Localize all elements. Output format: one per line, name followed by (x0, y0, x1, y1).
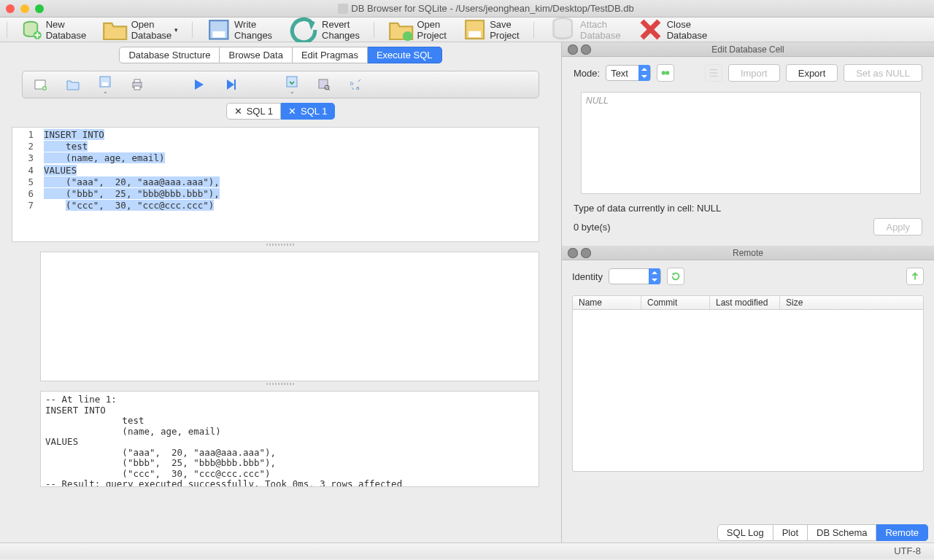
right-pane: Edit Database Cell Mode: Text Import Exp… (562, 42, 934, 542)
pane-title: Remote (562, 248, 934, 258)
footer-tab-sqllog[interactable]: SQL Log (717, 524, 773, 541)
col-size[interactable]: Size (780, 296, 923, 309)
splitter-handle[interactable] (266, 244, 296, 246)
svg-point-22 (665, 71, 669, 74)
write-changes-button[interactable]: Write Changes (202, 16, 277, 44)
new-tab-icon[interactable] (34, 78, 47, 91)
svg-rect-14 (134, 86, 140, 90)
footer-tabs: SQL Log Plot DB Schema Remote (562, 522, 934, 542)
svg-rect-3 (213, 31, 225, 37)
svg-text:a: a (356, 85, 360, 91)
sql-toolbar: ⌄ ⌄ ba (22, 71, 539, 98)
cell-text-area[interactable]: NULL (581, 92, 921, 194)
svg-point-4 (403, 31, 412, 41)
col-commit[interactable]: Commit (641, 296, 710, 309)
svg-rect-15 (234, 79, 236, 90)
code-body[interactable]: INSERT INTO test (name, age, email) VALU… (41, 128, 539, 241)
refresh-icon[interactable] (667, 268, 684, 285)
tab-pragmas[interactable]: Edit Pragmas (293, 47, 368, 63)
tab-structure[interactable]: Database Structure (119, 47, 220, 63)
save-file-icon[interactable] (99, 75, 112, 88)
footer-tab-remote[interactable]: Remote (876, 524, 928, 541)
run-icon[interactable] (192, 78, 205, 91)
traffic-lights (6, 4, 44, 13)
mode-select[interactable]: Text (606, 65, 651, 81)
import-button[interactable]: Import (728, 64, 780, 82)
identity-label: Identity (572, 271, 603, 282)
save-project-button[interactable]: Save Project (458, 16, 524, 43)
cell-pane-header: Edit Database Cell (562, 42, 934, 57)
close-icon[interactable]: ✕ (288, 106, 296, 117)
result-log[interactable]: -- At line 1: INSERT INTO test (name, ag… (40, 391, 539, 487)
format-icon[interactable] (657, 64, 674, 82)
minimize-window-button[interactable] (20, 4, 29, 13)
main-tabs: Database Structure Browse Data Edit Prag… (0, 44, 561, 65)
save-result-icon[interactable] (285, 75, 298, 88)
mode-label: Mode: (574, 68, 600, 79)
remote-table-header: Name Commit Last modified Size (572, 295, 924, 310)
close-icon[interactable]: ✕ (234, 106, 242, 117)
push-icon[interactable] (906, 268, 924, 285)
sql-tab-2[interactable]: ✕SQL 1 (281, 103, 335, 120)
sql-editor[interactable]: 1 2 3 4 5 6 7 INSERT INTO test (name, ag… (40, 127, 539, 242)
remote-table-body[interactable] (572, 310, 924, 472)
print-icon[interactable] (131, 78, 144, 91)
run-line-icon[interactable] (224, 78, 237, 91)
splitter-handle[interactable] (266, 383, 296, 385)
col-lastmod[interactable]: Last modified (710, 296, 780, 309)
window-title: DB Browser for SQLite - /Users/jeonghean… (44, 3, 928, 14)
open-project-button[interactable]: Open Project (384, 15, 451, 44)
find-icon[interactable] (317, 78, 331, 91)
indent-icon (705, 64, 722, 82)
tab-execute-sql[interactable]: Execute SQL (368, 47, 442, 63)
svg-rect-11 (102, 82, 108, 86)
svg-rect-6 (468, 31, 481, 37)
zoom-window-button[interactable] (35, 4, 44, 13)
footer-tab-schema[interactable]: DB Schema (808, 524, 876, 541)
open-database-button[interactable]: Open Database ▾ (98, 15, 182, 44)
export-button[interactable]: Export (786, 64, 838, 82)
tab-browse[interactable]: Browse Data (220, 47, 292, 63)
set-null-button[interactable]: Set as NULL (844, 64, 922, 82)
sql-tabs: ✕SQL 1 ✕SQL 1 (0, 103, 561, 120)
open-file-icon[interactable] (66, 78, 80, 91)
encoding-label: UTF-8 (894, 545, 921, 556)
col-name[interactable]: Name (573, 296, 641, 309)
remote-pane-header: Remote (562, 246, 934, 260)
pane-title: Edit Database Cell (562, 44, 934, 55)
sql-tab-1[interactable]: ✕SQL 1 (226, 103, 281, 120)
close-database-button[interactable]: Close Database (633, 15, 712, 44)
cell-type-info: Type of data currently in cell: NULL (574, 203, 922, 214)
left-pane: Database Structure Browse Data Edit Prag… (0, 42, 562, 542)
close-window-button[interactable] (6, 4, 15, 13)
revert-changes-button[interactable]: Revert Changes (284, 13, 364, 47)
apply-button[interactable]: Apply (873, 218, 922, 236)
svg-text:b: b (350, 80, 354, 87)
new-database-button[interactable]: New Database (17, 18, 90, 42)
cell-size-info: 0 byte(s) (574, 222, 611, 233)
svg-rect-17 (319, 79, 328, 88)
svg-point-21 (662, 71, 665, 74)
main-toolbar: New Database Open Database ▾ Write Chang… (0, 18, 934, 42)
database-icon (338, 4, 348, 14)
result-grid[interactable] (40, 252, 539, 381)
line-gutter: 1 2 3 4 5 6 7 (12, 127, 41, 242)
footer-tab-plot[interactable]: Plot (773, 524, 808, 541)
svg-rect-13 (134, 79, 140, 82)
identity-select[interactable] (609, 268, 661, 284)
attach-database-button: Attach Database (544, 13, 625, 45)
svg-rect-16 (287, 77, 297, 87)
status-bar: UTF-8 (0, 542, 934, 559)
find-replace-icon[interactable]: ba (350, 78, 363, 91)
